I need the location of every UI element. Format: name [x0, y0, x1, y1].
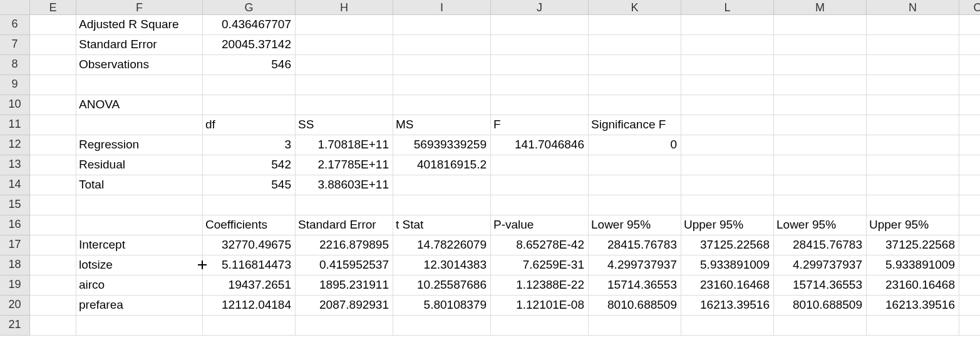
cell[interactable]: [867, 95, 959, 115]
cell[interactable]: [491, 15, 589, 35]
column-header[interactable]: J: [491, 0, 589, 15]
cell[interactable]: [30, 296, 76, 316]
cell[interactable]: Coefficients: [203, 215, 296, 235]
cell[interactable]: Lower 95%: [774, 215, 867, 235]
cell[interactable]: [491, 75, 589, 95]
cell[interactable]: [76, 195, 203, 215]
cell[interactable]: [867, 155, 959, 175]
row-header[interactable]: 20: [0, 296, 30, 316]
row-header[interactable]: 7: [0, 35, 30, 55]
cell[interactable]: [76, 316, 203, 336]
cell[interactable]: [491, 175, 589, 195]
cell[interactable]: 12.3014383: [393, 255, 491, 276]
cell[interactable]: [867, 15, 959, 35]
cell[interactable]: [491, 55, 589, 75]
cell[interactable]: F: [491, 115, 589, 135]
corner-cell[interactable]: [0, 0, 30, 15]
cell[interactable]: [589, 316, 681, 336]
cell[interactable]: [867, 195, 959, 215]
cell[interactable]: [867, 175, 959, 195]
cell[interactable]: [30, 235, 76, 255]
cell[interactable]: Total: [76, 175, 203, 195]
cell[interactable]: P-value: [491, 215, 589, 235]
cell[interactable]: Intercept: [76, 235, 203, 255]
cell[interactable]: [203, 95, 296, 115]
cell[interactable]: [959, 195, 980, 215]
cell[interactable]: [30, 75, 76, 95]
row-header[interactable]: 11: [0, 115, 30, 135]
cell[interactable]: [30, 255, 76, 276]
cell[interactable]: 32770.49675: [203, 235, 296, 255]
cell[interactable]: 20045.37142: [203, 35, 296, 55]
cell[interactable]: [30, 155, 76, 175]
cell[interactable]: 1.12388E-22: [491, 276, 589, 296]
cell[interactable]: [203, 316, 296, 336]
cell[interactable]: 2.17785E+11: [296, 155, 393, 175]
row-header[interactable]: 9: [0, 75, 30, 95]
cell[interactable]: [867, 35, 959, 55]
cell[interactable]: [681, 95, 774, 115]
cell[interactable]: 28415.76783: [589, 235, 681, 255]
spreadsheet-grid[interactable]: EFGHIJKLMNO6Adjusted R Square0.436467707…: [0, 0, 980, 336]
cell[interactable]: 141.7046846: [491, 135, 589, 155]
cell[interactable]: [491, 155, 589, 175]
cell[interactable]: 546: [203, 55, 296, 75]
cell[interactable]: 15714.36553: [774, 276, 867, 296]
cell[interactable]: 14.78226079: [393, 235, 491, 255]
cell[interactable]: [959, 276, 980, 296]
cell[interactable]: 8010.688509: [774, 296, 867, 316]
cell[interactable]: [959, 15, 980, 35]
cell[interactable]: [681, 155, 774, 175]
row-header[interactable]: 10: [0, 95, 30, 115]
row-header[interactable]: 13: [0, 155, 30, 175]
cell[interactable]: [393, 55, 491, 75]
cell[interactable]: Upper 95%: [681, 215, 774, 235]
cell[interactable]: [589, 155, 681, 175]
cell[interactable]: [30, 316, 76, 336]
cell[interactable]: [959, 215, 980, 235]
cell[interactable]: 15714.36553: [589, 276, 681, 296]
cell[interactable]: [296, 195, 393, 215]
cell[interactable]: 401816915.2: [393, 155, 491, 175]
cell[interactable]: [491, 95, 589, 115]
cell[interactable]: [681, 55, 774, 75]
cell[interactable]: [296, 75, 393, 95]
cell[interactable]: [203, 195, 296, 215]
cell[interactable]: Residual: [76, 155, 203, 175]
cell[interactable]: 542: [203, 155, 296, 175]
cell[interactable]: [76, 215, 203, 235]
cell[interactable]: [774, 55, 867, 75]
cell[interactable]: Regression: [76, 135, 203, 155]
cell[interactable]: [76, 115, 203, 135]
cell[interactable]: 8.65278E-42: [491, 235, 589, 255]
cell[interactable]: 1.12101E-08: [491, 296, 589, 316]
cell[interactable]: [959, 95, 980, 115]
cell[interactable]: [681, 75, 774, 95]
cell[interactable]: df: [203, 115, 296, 135]
cell[interactable]: [30, 115, 76, 135]
cell[interactable]: 10.25587686: [393, 276, 491, 296]
cell[interactable]: airco: [76, 276, 203, 296]
cell[interactable]: 19437.2651: [203, 276, 296, 296]
cell[interactable]: [393, 316, 491, 336]
cell[interactable]: [393, 175, 491, 195]
cell[interactable]: 5.933891009: [867, 255, 959, 276]
row-header[interactable]: 17: [0, 235, 30, 255]
cell[interactable]: [30, 55, 76, 75]
cell[interactable]: [774, 135, 867, 155]
cell[interactable]: 0.415952537: [296, 255, 393, 276]
row-header[interactable]: 21: [0, 316, 30, 336]
cell[interactable]: [959, 35, 980, 55]
cell[interactable]: [296, 15, 393, 35]
cell[interactable]: [867, 55, 959, 75]
cell[interactable]: [30, 35, 76, 55]
cell[interactable]: [681, 115, 774, 135]
cell[interactable]: 3.88603E+11: [296, 175, 393, 195]
cell[interactable]: [681, 135, 774, 155]
cell[interactable]: [589, 95, 681, 115]
cell[interactable]: [589, 175, 681, 195]
cell[interactable]: [681, 195, 774, 215]
cell[interactable]: [774, 316, 867, 336]
cell[interactable]: [774, 115, 867, 135]
cell[interactable]: [959, 255, 980, 276]
